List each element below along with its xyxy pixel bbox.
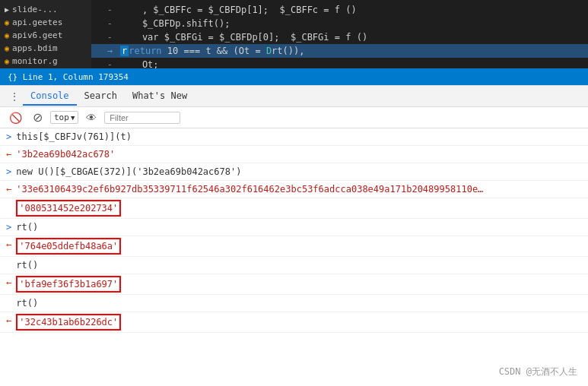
console-text: '33e63106439c2ef6b927db35339711f62546a30… xyxy=(16,182,488,196)
code-line-4: → rreturn 10 === t && (Ot = Drt()), xyxy=(91,44,588,58)
tab-whats-new[interactable]: What's New xyxy=(125,87,195,106)
file-item-apps[interactable]: ◉ apps.bdim xyxy=(0,42,91,55)
console-line-3: > new U()[$_CBGAE(372)]('3b2ea69b042ac67… xyxy=(0,163,588,181)
devtools-settings-icon[interactable]: ⋮ xyxy=(6,89,23,104)
stop-button[interactable]: ⊘ xyxy=(30,109,46,126)
console-line-4: ← '33e63106439c2ef6b927db35339711f62546a… xyxy=(0,181,588,198)
prompt-lt: ← xyxy=(6,147,11,161)
console-line-11: ← '32c43b1ab6b226dc' xyxy=(0,312,588,333)
console-line-10: rt() xyxy=(0,295,588,312)
filter-input[interactable] xyxy=(104,112,180,124)
status-bar: {} Line 1, Column 179354 xyxy=(0,68,588,85)
status-text: {} Line 1, Column 179354 xyxy=(8,72,129,82)
console-value-red-1: '080531452e202734' xyxy=(16,200,121,217)
code-line-3: - var $_CBFGi = $_CBFDp[0]; $_CBFGi = f … xyxy=(91,30,588,44)
console-value-red-4: '32c43b1ab6b226dc' xyxy=(16,314,121,331)
prompt-space xyxy=(6,200,11,214)
file-item-apiv6[interactable]: ◉ apiv6.geet xyxy=(0,29,91,42)
console-line-6: > rt() xyxy=(0,219,588,236)
prompt-lt: ← xyxy=(6,314,11,327)
prompt-gt: > xyxy=(6,130,11,144)
console-line-5: '080531452e202734' xyxy=(0,198,588,219)
prompt-lt: ← xyxy=(6,182,11,196)
file-item-slide[interactable]: ▶ slide-... xyxy=(0,3,91,16)
prompt-space xyxy=(6,258,11,272)
console-line-8: rt() xyxy=(0,257,588,274)
prompt-lt: ← xyxy=(6,238,11,252)
prompt-gt: > xyxy=(6,220,11,234)
devtools-panel: ⋮ Console Search What's New 🚫 ⊘ top ▼ 👁 … xyxy=(0,85,588,386)
console-text: rt() xyxy=(16,220,38,234)
tab-console[interactable]: Console xyxy=(23,87,77,106)
console-value-red-3: 'bfa9ef36f3b1a697' xyxy=(16,276,121,293)
console-text: '3b2ea69b042ac678' xyxy=(16,147,115,161)
file-item-api-geetes[interactable]: ◉ api.geetes xyxy=(0,16,91,29)
context-label: top xyxy=(54,112,69,122)
devtools-tabs: ⋮ Console Search What's New xyxy=(0,86,588,107)
code-line-5: - Ot; xyxy=(91,58,588,68)
watermark: CSDN @无酒不人生 xyxy=(499,365,577,378)
console-output[interactable]: > this[$_CBFJv(761)](t) ← '3b2ea69b042ac… xyxy=(0,128,588,386)
console-text: rt() xyxy=(16,258,38,272)
console-line-2: ← '3b2ea69b042ac678' xyxy=(0,146,588,163)
clear-console-button[interactable]: 🚫 xyxy=(6,110,25,125)
console-text: this[$_CBFJv(761)](t) xyxy=(16,130,132,144)
dropdown-arrow-icon: ▼ xyxy=(71,114,75,122)
console-toolbar: 🚫 ⊘ top ▼ 👁 xyxy=(0,107,588,128)
console-text: new U()[$_CBGAE(372)]('3b2ea69b042ac678'… xyxy=(16,165,241,179)
context-dropdown[interactable]: top ▼ xyxy=(50,111,78,124)
file-item-monitor[interactable]: ◉ monitor.g xyxy=(0,55,91,68)
console-line-9: ← 'bfa9ef36f3b1a697' xyxy=(0,274,588,295)
console-text: rt() xyxy=(16,296,38,310)
code-line-2: - $_CBFDp.shift(); xyxy=(91,17,588,30)
code-line-1: - , $_CBFFc = $_CBFDp[1]; $_CBFFc = f () xyxy=(91,3,588,17)
code-editor: - , $_CBFFc = $_CBFDp[1]; $_CBFFc = f ()… xyxy=(91,0,588,68)
console-line-7: ← '764e05ddefb48a6a' xyxy=(0,236,588,257)
eye-icon-button[interactable]: 👁 xyxy=(83,110,100,125)
prompt-space xyxy=(6,296,11,310)
file-tree: ▶ slide-... ◉ api.geetes ◉ apiv6.geet ◉ … xyxy=(0,0,91,68)
prompt-lt: ← xyxy=(6,276,11,290)
console-value-red-2: '764e05ddefb48a6a' xyxy=(16,238,121,255)
prompt-gt: > xyxy=(6,165,11,179)
tab-search[interactable]: Search xyxy=(77,87,125,106)
console-line-1: > this[$_CBFJv(761)](t) xyxy=(0,128,588,146)
